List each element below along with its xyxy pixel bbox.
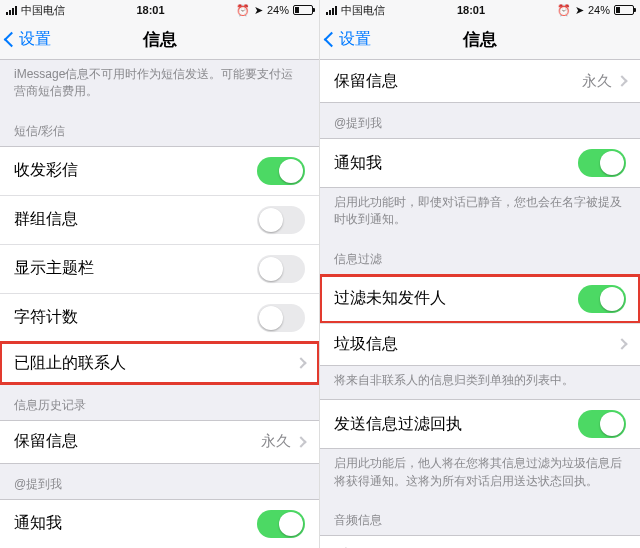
row-notify-label: 通知我 (14, 513, 257, 534)
row-group-label: 群组信息 (14, 209, 257, 230)
chevron-right-icon (616, 75, 627, 86)
battery-icon (293, 5, 313, 15)
battery-percent-label: 24% (588, 4, 610, 16)
chevron-right-icon (616, 339, 627, 350)
row-blocked-contacts[interactable]: 已阻止的联系人 (0, 342, 319, 384)
back-label: 设置 (19, 29, 51, 50)
back-button[interactable]: 设置 (6, 29, 51, 50)
row-filter-unknown[interactable]: 过滤未知发件人 (320, 275, 640, 323)
toggle-filter-unknown[interactable] (578, 285, 626, 313)
row-receipt-label: 发送信息过滤回执 (334, 414, 578, 435)
alarm-icon: ⏰ (236, 4, 250, 17)
section-filter-header: 信息过滤 (320, 239, 640, 274)
row-notify-me[interactable]: 通知我 (320, 139, 640, 187)
status-bar: 中国电信 18:01 ⏰ ➤ 24% (0, 0, 319, 20)
toggle-charcount[interactable] (257, 304, 305, 332)
section-mention-header: @提到我 (0, 464, 319, 499)
carrier-label: 中国电信 (21, 3, 65, 18)
row-subject-label: 显示主题栏 (14, 258, 257, 279)
row-filter-unknown-label: 过滤未知发件人 (334, 288, 578, 309)
section-audio-header: 音频信息 (320, 500, 640, 535)
chevron-left-icon (324, 32, 340, 48)
nav-bar: 设置 信息 (320, 20, 640, 60)
section-mms-header: 短信/彩信 (0, 111, 319, 146)
toggle-receipt[interactable] (578, 410, 626, 438)
filter-note: 将来自非联系人的信息归类到单独的列表中。 (320, 366, 640, 399)
row-keep-value: 永久 (261, 432, 291, 451)
row-send-receipt[interactable]: 发送信息过滤回执 (320, 400, 640, 448)
status-bar: 中国电信 18:01 ⏰ ➤ 24% (320, 0, 640, 20)
row-charcount[interactable]: 字符计数 (0, 293, 319, 342)
location-icon: ➤ (254, 4, 263, 17)
chevron-right-icon (295, 436, 306, 447)
toggle-mms[interactable] (257, 157, 305, 185)
notify-note: 启用此功能时，即使对话已静音，您也会在名字被提及时收到通知。 (320, 188, 640, 239)
toggle-notify[interactable] (578, 149, 626, 177)
battery-icon (614, 5, 634, 15)
chevron-right-icon (295, 358, 306, 369)
toggle-subject[interactable] (257, 255, 305, 283)
page-title: 信息 (143, 28, 177, 51)
toggle-group[interactable] (257, 206, 305, 234)
nav-bar: 设置 信息 (0, 20, 319, 60)
content-left: iMessage信息不可用时作为短信发送。可能要支付运营商短信费用。 短信/彩信… (0, 60, 319, 548)
row-junk-label: 垃圾信息 (334, 334, 618, 355)
signal-bars-icon (6, 5, 17, 15)
screenshot-right: 中国电信 18:01 ⏰ ➤ 24% 设置 信息 保留信息 永久 (320, 0, 640, 548)
page-title: 信息 (463, 28, 497, 51)
row-blocked-label: 已阻止的联系人 (14, 353, 297, 374)
row-notify-label: 通知我 (334, 153, 578, 174)
row-notify-me[interactable]: 通知我 (0, 500, 319, 548)
imessage-note: iMessage信息不可用时作为短信发送。可能要支付运营商短信费用。 (0, 60, 319, 111)
battery-percent-label: 24% (267, 4, 289, 16)
toggle-notify[interactable] (257, 510, 305, 538)
alarm-icon: ⏰ (557, 4, 571, 17)
row-expire[interactable]: 过期 2分钟后 (320, 536, 640, 548)
receipt-note: 启用此功能后，他人将在您将其信息过滤为垃圾信息后将获得通知。这将为所有对话启用送… (320, 449, 640, 500)
section-mention-header: @提到我 (320, 103, 640, 138)
row-mms-label: 收发彩信 (14, 160, 257, 181)
row-group-msg[interactable]: 群组信息 (0, 195, 319, 244)
chevron-left-icon (4, 32, 20, 48)
screenshot-left: 中国电信 18:01 ⏰ ➤ 24% 设置 信息 iMessage信息不可用时作… (0, 0, 320, 548)
row-keep-label: 保留信息 (14, 431, 261, 452)
signal-bars-icon (326, 5, 337, 15)
row-charcount-label: 字符计数 (14, 307, 257, 328)
row-keep-value: 永久 (582, 72, 612, 91)
content-right: 保留信息 永久 @提到我 通知我 启用此功能时，即使对话已静音，您也会在名字被提… (320, 60, 640, 548)
back-button[interactable]: 设置 (326, 29, 371, 50)
back-label: 设置 (339, 29, 371, 50)
row-subject[interactable]: 显示主题栏 (0, 244, 319, 293)
row-keep-messages[interactable]: 保留信息 永久 (320, 60, 640, 102)
clock-label: 18:01 (457, 4, 485, 16)
section-history-header: 信息历史记录 (0, 385, 319, 420)
row-junk[interactable]: 垃圾信息 (320, 323, 640, 365)
row-keep-messages[interactable]: 保留信息 永久 (0, 421, 319, 463)
row-keep-label: 保留信息 (334, 71, 582, 92)
clock-label: 18:01 (136, 4, 164, 16)
location-icon: ➤ (575, 4, 584, 17)
carrier-label: 中国电信 (341, 3, 385, 18)
row-mms[interactable]: 收发彩信 (0, 147, 319, 195)
